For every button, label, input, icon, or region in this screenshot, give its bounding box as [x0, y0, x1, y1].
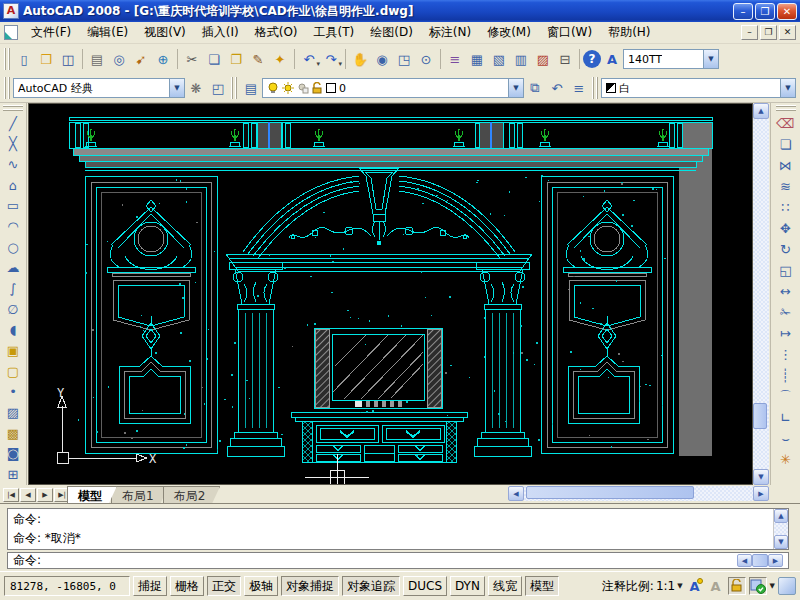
- break-button[interactable]: ┊: [775, 365, 797, 386]
- drawing-doc-icon[interactable]: [4, 25, 18, 40]
- move-button[interactable]: ✥: [775, 218, 797, 239]
- status-menu-chevron-icon[interactable]: ▼: [770, 582, 775, 590]
- region-button[interactable]: ◙: [2, 444, 24, 465]
- menu-tools[interactable]: 工具(T): [306, 22, 363, 43]
- layer-states-manager-button[interactable]: ≡: [568, 77, 590, 99]
- annotation-autoscale-icon[interactable]: A: [707, 577, 725, 595]
- scroll-thumb[interactable]: [526, 486, 694, 499]
- restore-button[interactable]: ❐: [755, 3, 775, 20]
- chevron-down-icon[interactable]: ▼: [677, 582, 682, 590]
- command-history[interactable]: 命令:命令: *取消* ▲ ▼: [7, 508, 789, 550]
- paste-button[interactable]: ❐: [225, 48, 247, 70]
- undo-button[interactable]: ↶▾: [298, 48, 320, 70]
- plot-button[interactable]: ▤: [86, 48, 108, 70]
- pan-button[interactable]: ✋: [349, 48, 371, 70]
- tab-model[interactable]: 模型: [67, 486, 117, 503]
- scroll-down-icon[interactable]: ▼: [774, 535, 788, 549]
- toggle-lineweight[interactable]: 线宽: [488, 576, 522, 596]
- redo-button[interactable]: ↷▾: [320, 48, 342, 70]
- publish-button[interactable]: ➹: [130, 48, 152, 70]
- ellipse-button[interactable]: ∅: [2, 299, 24, 320]
- fillet-button[interactable]: ⌣: [775, 428, 797, 449]
- array-button[interactable]: ∷: [775, 197, 797, 218]
- my-workspace-button[interactable]: ◰: [207, 77, 229, 99]
- save-button[interactable]: ◫: [57, 48, 79, 70]
- minimize-button[interactable]: –: [733, 3, 753, 20]
- mdi-minimize-button[interactable]: –: [741, 25, 758, 40]
- toolbar-grip[interactable]: [4, 48, 11, 70]
- scroll-up-icon[interactable]: ▲: [753, 103, 769, 119]
- circle-button[interactable]: ○: [2, 237, 24, 258]
- toolbar-grip[interactable]: [231, 77, 238, 99]
- titlebar[interactable]: A AutoCAD 2008 - [G:\重庆时代培训学校\CAD作业\徐昌明作…: [0, 0, 800, 22]
- chevron-down-icon[interactable]: ▾: [338, 60, 342, 68]
- command-horizontal-scrollbar[interactable]: ◀ ▶: [737, 554, 783, 567]
- toggle-polar[interactable]: 极轴: [244, 576, 278, 596]
- toolbar-grip[interactable]: [4, 77, 11, 99]
- toolbar-grip[interactable]: [776, 105, 796, 111]
- layer-lock-icon[interactable]: [312, 82, 323, 94]
- ellipse-arc-button[interactable]: ◖: [2, 320, 24, 341]
- menu-format[interactable]: 格式(O): [247, 22, 306, 43]
- scale-button[interactable]: ◱: [775, 260, 797, 281]
- toggle-model-space[interactable]: 模型: [525, 576, 559, 596]
- new-button[interactable]: ▯: [13, 48, 35, 70]
- arc-button[interactable]: ◠: [2, 216, 24, 237]
- workspace-settings-button[interactable]: ❋: [185, 77, 207, 99]
- menu-dimension[interactable]: 标注(N): [421, 22, 479, 43]
- chevron-down-icon[interactable]: ▼: [703, 50, 718, 68]
- copy-button[interactable]: ❏: [775, 134, 797, 155]
- polygon-button[interactable]: ⌂: [2, 175, 24, 196]
- designcenter-button[interactable]: ▦: [466, 48, 488, 70]
- mdi-close-button[interactable]: ✕: [779, 25, 796, 40]
- scroll-right-icon[interactable]: ▶: [768, 554, 783, 567]
- spline-button[interactable]: ∫: [2, 278, 24, 299]
- color-combo[interactable]: 白 ▼: [601, 78, 796, 98]
- hatch-button[interactable]: ▨: [2, 402, 24, 423]
- toggle-ortho[interactable]: 正交: [207, 576, 241, 596]
- insert-block-button[interactable]: ▣: [2, 340, 24, 361]
- menu-window[interactable]: 窗口(W): [539, 22, 600, 43]
- trim-button[interactable]: ✁: [775, 302, 797, 323]
- help-button[interactable]: ?: [583, 50, 601, 68]
- layer-previous-button[interactable]: ↶: [546, 77, 568, 99]
- toggle-otrack[interactable]: 对象追踪: [342, 576, 400, 596]
- layer-on-bulb-icon[interactable]: [267, 82, 279, 94]
- plot-preview-button[interactable]: ◎: [108, 48, 130, 70]
- chamfer-button[interactable]: ∟: [775, 407, 797, 428]
- drawing-canvas[interactable]: Y X: [28, 103, 753, 485]
- workspace-combo[interactable]: AutoCAD 经典 ▼: [13, 78, 185, 98]
- erase-button[interactable]: ⌫: [775, 113, 797, 134]
- quickcalc-button[interactable]: ⊟: [554, 48, 576, 70]
- mdi-restore-button[interactable]: ❐: [760, 25, 777, 40]
- menu-draw[interactable]: 绘图(D): [362, 22, 421, 43]
- canvas-horizontal-scrollbar[interactable]: ◀ ▶: [508, 486, 769, 501]
- construction-line-button[interactable]: ╳: [2, 134, 24, 155]
- point-button[interactable]: •: [2, 382, 24, 403]
- layer-vp-freeze-icon[interactable]: [297, 82, 309, 94]
- annotation-visibility-icon[interactable]: A: [686, 577, 704, 595]
- mirror-button[interactable]: ⋈: [775, 155, 797, 176]
- menu-edit[interactable]: 编辑(E): [79, 22, 136, 43]
- tab-nav-previous-button[interactable]: ◀: [20, 488, 36, 502]
- zoom-previous-button[interactable]: ⊙: [415, 48, 437, 70]
- toolbar-lock-icon[interactable]: [728, 577, 746, 595]
- gradient-button[interactable]: ▩: [2, 423, 24, 444]
- menu-file[interactable]: 文件(F): [23, 22, 79, 43]
- menu-insert[interactable]: 插入(I): [194, 22, 247, 43]
- toolbar-grip[interactable]: [592, 77, 599, 99]
- window-positions-icon[interactable]: [749, 577, 767, 595]
- tab-nav-next-button[interactable]: ▶: [37, 488, 53, 502]
- scroll-thumb[interactable]: [753, 403, 767, 429]
- text-style-button[interactable]: A: [601, 48, 623, 70]
- zoom-window-button[interactable]: ◳: [393, 48, 415, 70]
- text-style-combo[interactable]: 140TT ▼: [623, 49, 719, 69]
- scroll-down-icon[interactable]: ▼: [753, 469, 769, 485]
- layer-properties-manager-button[interactable]: ▤: [240, 77, 262, 99]
- scroll-left-icon[interactable]: ◀: [508, 486, 524, 501]
- break-at-point-button[interactable]: ⋮: [775, 344, 797, 365]
- properties-button[interactable]: ≡: [444, 48, 466, 70]
- chevron-down-icon[interactable]: ▼: [508, 79, 523, 97]
- markup-set-manager-button[interactable]: ▨: [532, 48, 554, 70]
- make-object-layer-current-button[interactable]: ⧉: [524, 77, 546, 99]
